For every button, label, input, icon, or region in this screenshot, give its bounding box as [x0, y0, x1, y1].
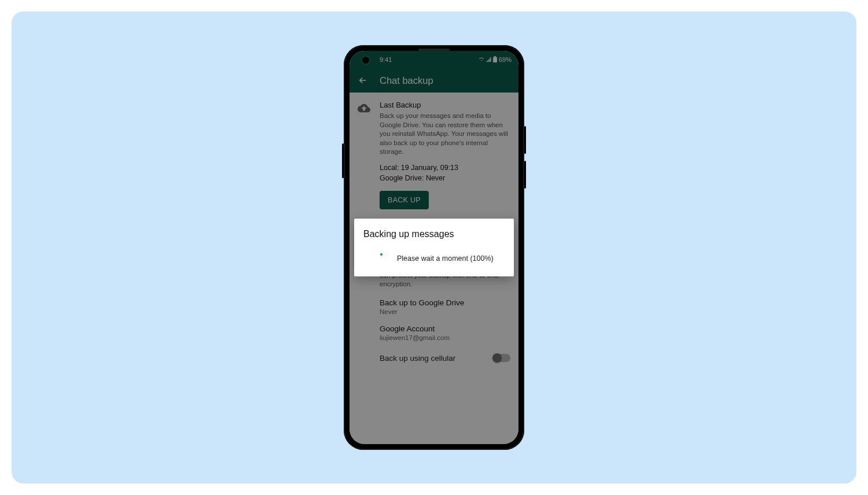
power-button — [342, 143, 344, 178]
phone-frame: 9:41 69% — [344, 45, 524, 450]
phone-screen: 9:41 69% — [350, 51, 518, 444]
front-camera — [362, 57, 369, 64]
volume-up-button — [524, 126, 526, 154]
dialog-message: Please wait a moment (100%) — [397, 254, 494, 263]
backup-progress-dialog: Backing up messages Please wait a moment… — [354, 219, 514, 276]
dialog-title: Backing up messages — [363, 229, 505, 239]
volume-down-button — [524, 161, 526, 189]
progress-spinner-icon — [372, 252, 384, 265]
page-background: 9:41 69% — [12, 12, 856, 483]
